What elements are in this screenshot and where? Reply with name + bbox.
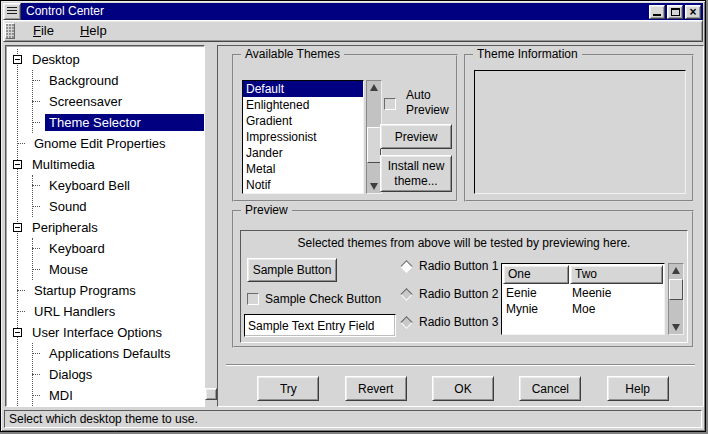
- revert-button[interactable]: Revert: [345, 376, 407, 401]
- tree-item-keyboard-bell[interactable]: Keyboard Bell: [33, 175, 204, 196]
- theme-information-box: [474, 70, 686, 194]
- scrollbar-thumb[interactable]: [669, 279, 683, 300]
- tree-connector: [32, 185, 40, 186]
- tree-item-keyboard[interactable]: Keyboard: [33, 238, 204, 259]
- scroll-down-icon[interactable]: [367, 180, 381, 193]
- sample-checkbox[interactable]: [247, 293, 259, 305]
- menubar-drag-handle[interactable]: [5, 23, 15, 39]
- collapse-icon[interactable]: [13, 160, 22, 169]
- tree-connector: [32, 80, 40, 81]
- table-row[interactable]: Mynie Moe: [502, 301, 664, 317]
- radio-diamond-icon[interactable]: [400, 288, 413, 301]
- radio-button-2[interactable]: Radio Button 2: [399, 286, 498, 302]
- minimize-icon: [653, 14, 661, 16]
- help-button[interactable]: Help: [607, 376, 669, 401]
- paned-resize-handle[interactable]: [205, 388, 217, 400]
- scroll-down-icon[interactable]: [669, 321, 683, 334]
- tree-item-screensaver[interactable]: Screensaver: [33, 91, 204, 112]
- preview-area: Selected themes from above will be teste…: [240, 230, 688, 343]
- table-header-row: One Two: [502, 264, 664, 285]
- sample-table-scrollbar[interactable]: [668, 263, 684, 335]
- tree-item-background[interactable]: Background: [33, 70, 204, 91]
- sample-check-row: Sample Check Button: [247, 291, 381, 307]
- preview-frame: Preview Selected themes from above will …: [232, 210, 694, 348]
- scrollbar-track[interactable]: [367, 94, 381, 180]
- radio-label: Radio Button 1: [419, 259, 498, 273]
- sample-check-label: Sample Check Button: [265, 292, 381, 306]
- scrollbar-track[interactable]: [669, 277, 683, 321]
- theme-information-label: Theme Information: [473, 47, 582, 62]
- auto-preview-checkbox[interactable]: [384, 98, 396, 110]
- tree-item-gnome-edit-properties[interactable]: Gnome Edit Properties: [18, 133, 204, 154]
- preview-button[interactable]: Preview: [380, 124, 452, 149]
- tree-item-user-interface-options[interactable]: User Interface Options: [18, 322, 204, 343]
- ok-button[interactable]: OK: [432, 376, 494, 401]
- radio-button-1[interactable]: Radio Button 1: [399, 258, 498, 274]
- window-controls: [647, 3, 703, 20]
- install-new-theme-button[interactable]: Install new theme...: [380, 155, 452, 192]
- action-buttons: Try Revert OK Cancel Help: [232, 376, 694, 402]
- preview-caption: Selected themes from above will be teste…: [241, 236, 687, 250]
- tree-connector: [32, 353, 40, 354]
- maximize-button[interactable]: [667, 5, 683, 19]
- tree-item-dialogs[interactable]: Dialogs: [33, 364, 204, 385]
- titlebar-main[interactable]: Control Center: [21, 3, 647, 20]
- maximize-icon: [671, 8, 680, 16]
- radio-diamond-icon[interactable]: [400, 316, 413, 329]
- hamburger-icon: [7, 7, 17, 16]
- sample-table: One Two Eenie Meenie Mynie Moe: [501, 263, 665, 335]
- tree-item-multimedia[interactable]: Multimedia: [18, 154, 204, 175]
- theme-list-item-metal[interactable]: Metal: [243, 161, 363, 177]
- column-header-two[interactable]: Two: [570, 265, 663, 284]
- status-bar: Select which desktop theme to use.: [4, 410, 702, 428]
- minimize-button[interactable]: [649, 5, 665, 19]
- column-header-one[interactable]: One: [503, 265, 569, 284]
- tree-item-applications-defaults[interactable]: Applications Defaults: [33, 343, 204, 364]
- tree-item-sound[interactable]: Sound: [33, 196, 204, 217]
- radio-button-3[interactable]: Radio Button 3: [399, 314, 498, 330]
- tree-item-theme-selector[interactable]: Theme Selector: [33, 112, 204, 133]
- control-center-window: Control Center File Help Desktop Backgro…: [0, 0, 706, 432]
- close-button[interactable]: [685, 5, 701, 19]
- preview-label: Preview: [241, 203, 292, 218]
- theme-list-item-notif[interactable]: Notif: [243, 177, 363, 193]
- tree-item-mouse[interactable]: Mouse: [33, 259, 204, 280]
- table-row[interactable]: Eenie Meenie: [502, 285, 664, 301]
- tree-connector: [32, 101, 40, 102]
- tree-connector: [17, 143, 25, 144]
- tree-connector: [32, 248, 40, 249]
- sample-button[interactable]: Sample Button: [247, 258, 337, 282]
- available-themes-frame: Available Themes Default Enlightened Gra…: [232, 54, 458, 202]
- capplet-tree-panel: Desktop Background Screensaver Theme Sel…: [5, 45, 205, 407]
- tree-item-mdi[interactable]: MDI: [33, 385, 204, 406]
- tree-item-peripherals[interactable]: Peripherals: [18, 217, 204, 238]
- tree-item-url-handlers[interactable]: URL Handlers: [18, 301, 204, 322]
- theme-list-item-default[interactable]: Default: [243, 81, 363, 97]
- theme-list-item-enlightened[interactable]: Enlightened: [243, 97, 363, 113]
- try-button[interactable]: Try: [257, 376, 319, 401]
- menubar: File Help: [3, 20, 703, 42]
- theme-list-item-gradient[interactable]: Gradient: [243, 113, 363, 129]
- window-title: Control Center: [21, 3, 104, 20]
- scrollbar-thumb[interactable]: [367, 127, 381, 163]
- collapse-icon[interactable]: [13, 55, 22, 64]
- tree-item-startup-programs[interactable]: Startup Programs: [18, 280, 204, 301]
- scroll-up-icon[interactable]: [367, 81, 381, 94]
- theme-list-item-jander[interactable]: Jander: [243, 145, 363, 161]
- capplet-panel: Available Themes Default Enlightened Gra…: [217, 45, 704, 407]
- auto-preview-label: Auto Preview: [406, 88, 462, 118]
- status-text: Select which desktop theme to use.: [9, 412, 198, 426]
- radio-diamond-icon[interactable]: [400, 260, 413, 273]
- collapse-icon[interactable]: [13, 223, 22, 232]
- window-menu-icon[interactable]: [3, 3, 21, 20]
- tree-connector: [32, 374, 40, 375]
- menu-item-help[interactable]: Help: [71, 21, 116, 41]
- scroll-up-icon[interactable]: [669, 264, 683, 277]
- radio-label: Radio Button 3: [419, 315, 498, 329]
- sample-text-entry[interactable]: [244, 314, 396, 337]
- collapse-icon[interactable]: [13, 328, 22, 337]
- cancel-button[interactable]: Cancel: [519, 376, 581, 401]
- theme-list-item-impressionist[interactable]: Impressionist: [243, 129, 363, 145]
- menu-item-file[interactable]: File: [24, 21, 63, 41]
- tree-item-desktop[interactable]: Desktop: [18, 49, 204, 70]
